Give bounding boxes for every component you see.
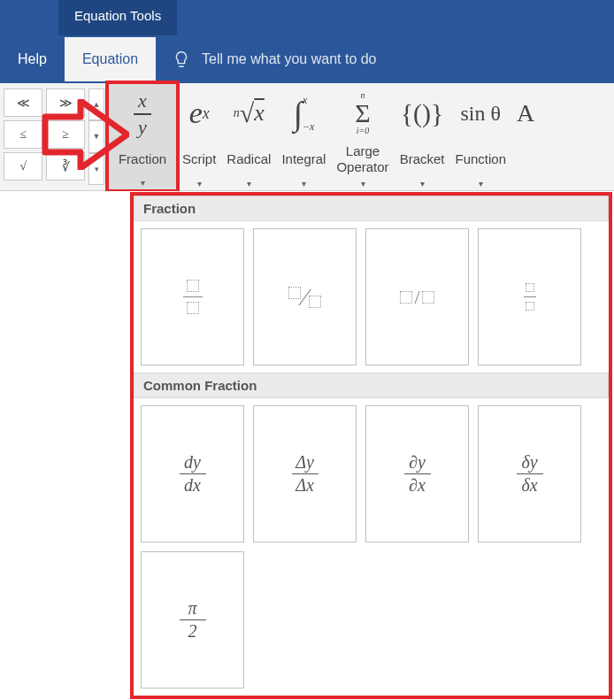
tab-equation[interactable]: Equation [65,37,156,81]
large-operator-icon: n Σ i=0 [355,87,370,140]
large-operator-label: Large Operator [336,143,388,174]
symbol-much-less[interactable]: ≪ [4,88,42,117]
function-button[interactable]: sin θ Function ▾ [449,83,511,190]
radical-button[interactable]: n√x Radical ▾ [221,83,276,190]
chevron-down-icon: ▾ [420,180,425,188]
symbol-dropdown[interactable]: ▾ [88,153,104,185]
integral-label: Integral [281,151,326,166]
function-label: Function [455,151,506,166]
tabs-row: Help Equation Tell me what you want to d… [0,35,614,83]
chevron-down-icon: ▾ [479,180,483,188]
integral-icon: ∫x−x [293,87,314,140]
bracket-button[interactable]: {()} Bracket ▾ [395,83,450,190]
symbol-less-equal[interactable]: ≤ [4,120,42,149]
symbol-scroll-down[interactable]: ▼ [88,120,104,152]
symbol-sqrt[interactable]: √ [4,152,42,181]
tell-me-search[interactable]: Tell me what you want to do [156,50,376,69]
fraction-icon: x y [134,88,151,141]
function-icon: sin θ [461,87,502,140]
accent-button-partial[interactable]: A [511,83,534,190]
symbol-much-greater[interactable]: ≫ [46,88,85,117]
symbol-grid: ≪ ≤ √ ≫ ≥ ∛ ▲ ▼ ▾ [0,83,108,190]
tell-me-label: Tell me what you want to do [202,51,376,67]
symbol-nroot[interactable]: ∛ [46,152,85,181]
radical-label: Radical [226,151,271,166]
fraction-label: Fraction [119,151,166,166]
script-button[interactable]: ex Script ▾ [177,83,221,190]
ribbon: ≪ ≤ √ ≫ ≥ ∛ ▲ ▼ ▾ x y Fraction ▾ ex [0,83,614,191]
chevron-down-icon: ▾ [141,179,145,188]
symbol-scroll-up[interactable]: ▲ [88,88,104,120]
radical-icon: n√x [234,87,265,140]
fraction-button[interactable]: x y Fraction ▾ [108,83,177,190]
bracket-icon: {()} [401,87,444,140]
lightbulb-icon [172,50,191,69]
equation-tools-label: Equation Tools [58,0,177,35]
tab-help[interactable]: Help [0,37,65,81]
script-label: Script [182,151,216,166]
integral-button[interactable]: ∫x−x Integral ▾ [276,83,331,190]
accent-icon: A [517,87,534,140]
large-operator-button[interactable]: n Σ i=0 Large Operator ▾ [331,83,394,190]
chevron-down-icon: ▾ [302,180,306,188]
chevron-down-icon: ▾ [361,180,365,188]
titlebar-spacer [0,0,58,35]
title-bar: Equation Tools [0,0,614,35]
bracket-label: Bracket [400,151,445,166]
script-icon: ex [189,87,210,140]
symbol-greater-equal[interactable]: ≥ [46,120,85,149]
chevron-down-icon: ▾ [247,180,251,188]
chevron-down-icon: ▾ [197,180,202,188]
